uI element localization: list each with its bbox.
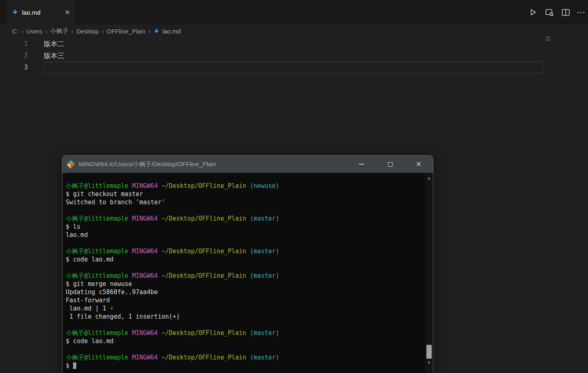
minimap-mark [546, 36, 550, 38]
breadcrumb-file-label: lao.md [162, 28, 181, 35]
terminal-line: Switched to branch 'master' [66, 198, 422, 206]
minimap-mark [546, 39, 550, 41]
terminal-line [66, 239, 422, 247]
line-content[interactable]: 版本三 [44, 50, 543, 62]
mingw-icon [67, 160, 75, 168]
terminal-line: 小枫子@littlemaple MINGW64 ~/Desktop/OFFlin… [66, 329, 422, 337]
line-number: 2 [0, 50, 28, 62]
terminal-line: 小枫子@littlemaple MINGW64 ~/Desktop/OFFlin… [66, 247, 422, 255]
window-controls: × [347, 156, 433, 173]
terminal-line: 1 file changed, 1 insertion(+) [66, 313, 422, 321]
editor-line[interactable]: 3 [0, 62, 588, 74]
terminal-title: MINGW64:/c/Users/小枫子/Desktop/OFFline_Pla… [79, 161, 216, 168]
breadcrumb-item[interactable]: Users [26, 28, 42, 35]
close-button[interactable]: × [404, 156, 433, 173]
terminal-line [66, 321, 422, 329]
breadcrumb-item[interactable]: OFFline_Plain [107, 28, 146, 35]
terminal-output: 小枫子@littlemaple MINGW64 ~/Desktop/OFFlin… [66, 182, 422, 370]
terminal-line: $ ls [66, 223, 422, 231]
terminal-body[interactable]: 小枫子@littlemaple MINGW64 ~/Desktop/OFFlin… [62, 173, 433, 373]
terminal-window: MINGW64:/c/Users/小枫子/Desktop/OFFline_Pla… [62, 155, 433, 373]
vscode-window: lao.md × ⋯ [0, 0, 588, 373]
terminal-line: 小枫子@littlemaple MINGW64 ~/Desktop/OFFlin… [66, 353, 422, 362]
breadcrumb-item[interactable]: Desktop [76, 28, 99, 35]
terminal-line: $ code lao.md [66, 337, 422, 345]
line-number: 1 [0, 38, 28, 50]
breadcrumb-file[interactable]: lao.md [153, 28, 181, 35]
line-number: 3 [0, 62, 28, 74]
tab-bar: lao.md × ⋯ [0, 0, 588, 25]
chevron-right-icon: › [45, 28, 47, 35]
breadcrumb-item[interactable]: C: [12, 28, 18, 35]
tab-close-icon[interactable]: × [65, 8, 70, 16]
terminal-line: lao.md | 1 + [66, 304, 422, 313]
chevron-right-icon: › [71, 28, 73, 35]
terminal-line: $ [66, 362, 422, 370]
markdown-icon [12, 9, 18, 16]
terminal-line [66, 345, 422, 353]
editor-actions: ⋯ [528, 0, 587, 25]
markdown-icon [153, 28, 160, 34]
more-actions-button[interactable]: ⋯ [577, 7, 586, 17]
minimize-icon [359, 164, 364, 165]
breadcrumb: C:›Users›小枫子›Desktop›OFFline_Plain› lao.… [0, 25, 588, 38]
scroll-up-icon[interactable]: ▲ [425, 176, 433, 180]
minimize-button[interactable] [347, 156, 376, 173]
terminal-line: lao.md [66, 231, 422, 239]
chevron-right-icon: › [102, 28, 104, 35]
terminal-line: 小枫子@littlemaple MINGW64 ~/Desktop/OFFlin… [66, 272, 422, 280]
terminal-line: $ git checkout master [66, 190, 422, 198]
terminal-scrollbar[interactable]: ▲ ▼ [425, 173, 433, 373]
maximize-icon [388, 162, 393, 167]
editor-lines: 1版本二2版本三3 [0, 38, 588, 74]
chevron-right-icon: › [21, 28, 23, 35]
run-button[interactable] [528, 7, 538, 17]
split-editor-button[interactable] [561, 7, 570, 17]
scrollbar-thumb[interactable] [426, 345, 432, 359]
terminal-line [66, 264, 422, 272]
open-preview-button[interactable] [544, 7, 554, 17]
scroll-down-icon[interactable]: ▼ [425, 361, 433, 365]
tab-lao-md[interactable]: lao.md × [7, 0, 75, 25]
terminal-line: 小枫子@littlemaple MINGW64 ~/Desktop/OFFlin… [66, 182, 422, 190]
maximize-button[interactable] [376, 156, 404, 173]
line-content[interactable]: 版本二 [44, 38, 543, 50]
terminal-line: Updating c5860fe..97aa4be [66, 288, 422, 296]
line-content[interactable] [44, 62, 543, 74]
terminal-cursor [73, 362, 76, 369]
editor-line[interactable]: 1版本二 [0, 38, 588, 50]
terminal-line: Fast-forward [66, 296, 422, 304]
terminal-line [66, 206, 422, 214]
minimap[interactable] [543, 36, 588, 85]
terminal-line: 小枫子@littlemaple MINGW64 ~/Desktop/OFFlin… [66, 214, 422, 223]
breadcrumb-items: C:›Users›小枫子›Desktop›OFFline_Plain› [12, 27, 153, 35]
terminal-line: $ code lao.md [66, 255, 422, 264]
chevron-right-icon: › [149, 28, 151, 35]
editor-line[interactable]: 2版本三 [0, 50, 588, 62]
terminal-line: $ git merge newuse [66, 280, 422, 288]
terminal-titlebar[interactable]: MINGW64:/c/Users/小枫子/Desktop/OFFline_Pla… [62, 156, 433, 173]
tab-label: lao.md [22, 9, 40, 16]
breadcrumb-item[interactable]: 小枫子 [50, 27, 69, 35]
